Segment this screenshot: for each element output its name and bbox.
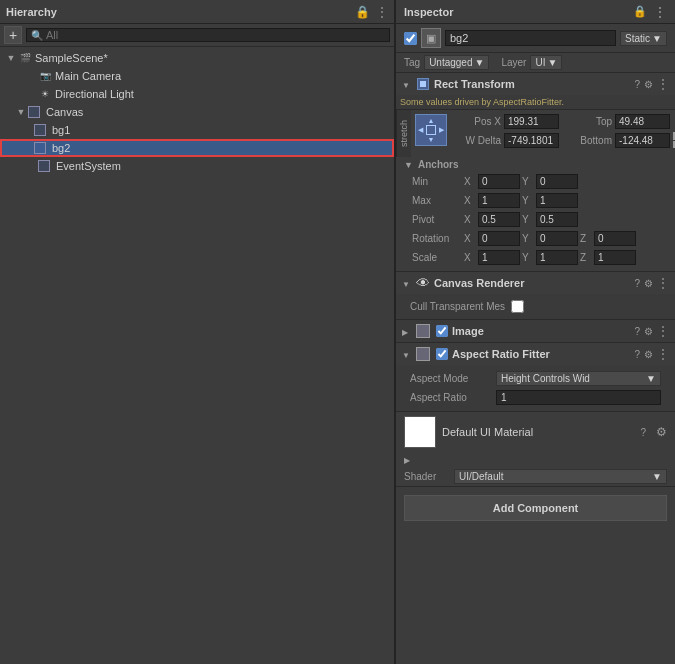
tree-item-eventsystem[interactable]: EventSystem bbox=[0, 157, 394, 175]
anchors-min-y-label: Y bbox=[522, 176, 534, 187]
material-help-icon[interactable]: ? bbox=[640, 427, 646, 438]
inspector-lock-icon[interactable]: 🔒 bbox=[633, 5, 647, 19]
aspect-ratio-fitter-help-icon[interactable]: ? bbox=[634, 349, 640, 360]
hierarchy-tree: ▼ 🎬 SampleScene* 📷 Main Camera ☀ Directi… bbox=[0, 47, 394, 664]
rect-transform-settings-icon[interactable]: ⚙ bbox=[644, 79, 653, 90]
inspector-title: Inspector bbox=[404, 6, 454, 18]
anchors-max-y-input[interactable] bbox=[536, 193, 578, 208]
anchors-min-row: Min X Y bbox=[404, 172, 667, 191]
material-settings-icon[interactable]: ⚙ bbox=[656, 425, 667, 439]
tree-item-main-camera[interactable]: 📷 Main Camera bbox=[0, 67, 394, 85]
scale-y-label: Y bbox=[522, 252, 534, 263]
image-active-checkbox[interactable] bbox=[436, 325, 448, 337]
tree-item-bg2[interactable]: bg2 bbox=[0, 139, 394, 157]
image-collapse-icon bbox=[402, 326, 412, 337]
shader-dropdown[interactable]: UI/Default ▼ bbox=[454, 469, 667, 484]
aspect-ratio-fitter-more-icon[interactable]: ⋮ bbox=[657, 347, 669, 361]
rotation-y-input[interactable] bbox=[536, 231, 578, 246]
anchors-min-y-input[interactable] bbox=[536, 174, 578, 189]
add-component-button[interactable]: Add Component bbox=[404, 495, 667, 521]
rect-transform-help-icon[interactable]: ? bbox=[634, 79, 640, 90]
canvas-label: Canvas bbox=[46, 106, 83, 118]
rect-transform-more-icon[interactable]: ⋮ bbox=[657, 77, 669, 91]
top-input[interactable] bbox=[615, 114, 670, 129]
canvas-renderer-more-icon[interactable]: ⋮ bbox=[657, 276, 669, 290]
inspector-content: ▣ Static ▼ Tag Untagged ▼ Layer UI ▼ bbox=[396, 24, 675, 664]
inspector-more-icon[interactable]: ⋮ bbox=[653, 5, 667, 19]
scale-y-input[interactable] bbox=[536, 250, 578, 265]
tree-item-canvas[interactable]: ▼ Canvas bbox=[0, 103, 394, 121]
scene-label: SampleScene* bbox=[35, 52, 108, 64]
object-name-input[interactable] bbox=[445, 30, 616, 46]
tree-item-directional-light[interactable]: ☀ Directional Light bbox=[0, 85, 394, 103]
material-collapse-icon[interactable] bbox=[404, 454, 414, 465]
anchors-label: Anchors bbox=[418, 159, 459, 170]
canvas-renderer-settings-icon[interactable]: ⚙ bbox=[644, 278, 653, 289]
rotation-z-input[interactable] bbox=[594, 231, 636, 246]
canvas-renderer-help-icon[interactable]: ? bbox=[634, 278, 640, 289]
tree-item-bg1[interactable]: bg1 bbox=[0, 121, 394, 139]
scale-z-input[interactable] bbox=[594, 250, 636, 265]
image-help-icon[interactable]: ? bbox=[634, 326, 640, 337]
tag-value: Untagged bbox=[429, 57, 472, 68]
image-settings-icon[interactable]: ⚙ bbox=[644, 326, 653, 337]
rect-anchor-widget[interactable]: ▲ ▼ ◀ ▶ bbox=[415, 114, 447, 146]
anchors-max-x-input[interactable] bbox=[478, 193, 520, 208]
rect-transform-header[interactable]: Rect Transform ? ⚙ ⋮ bbox=[396, 73, 675, 95]
material-preview-icon[interactable] bbox=[404, 416, 436, 448]
scale-row: Scale X Y Z bbox=[404, 248, 667, 267]
scale-x-input[interactable] bbox=[478, 250, 520, 265]
aspect-ratio-fitter-active-checkbox[interactable] bbox=[436, 348, 448, 360]
hierarchy-search-input[interactable] bbox=[46, 29, 385, 41]
pos-x-input[interactable] bbox=[504, 114, 559, 129]
image-header[interactable]: Image ? ⚙ ⋮ bbox=[396, 320, 675, 342]
scene-root[interactable]: ▼ 🎬 SampleScene* bbox=[0, 49, 394, 67]
aspect-ratio-fitter-settings-icon[interactable]: ⚙ bbox=[644, 349, 653, 360]
aspect-ratio-fitter-collapse-icon bbox=[402, 349, 412, 360]
aspect-ratio-fitter-icon bbox=[416, 347, 430, 361]
static-button[interactable]: Static ▼ bbox=[620, 31, 667, 46]
pivot-y-input[interactable] bbox=[536, 212, 578, 227]
anchors-max-pair: X Y bbox=[464, 193, 659, 208]
anchors-header: ▼ Anchors bbox=[404, 159, 667, 170]
bg2-label: bg2 bbox=[52, 142, 70, 154]
image-more-icon[interactable]: ⋮ bbox=[657, 324, 669, 338]
tag-layer-row: Tag Untagged ▼ Layer UI ▼ bbox=[396, 53, 675, 73]
cull-checkbox[interactable] bbox=[511, 300, 524, 313]
aspect-ratio-key: Aspect Ratio bbox=[410, 392, 490, 403]
bottom-input[interactable] bbox=[615, 133, 670, 148]
more-icon[interactable]: ⋮ bbox=[376, 6, 388, 18]
pivot-x-input[interactable] bbox=[478, 212, 520, 227]
anchors-min-x-label: X bbox=[464, 176, 476, 187]
eventsystem-icon bbox=[38, 160, 50, 172]
aspect-mode-arrow-icon: ▼ bbox=[646, 373, 656, 384]
anchors-min-x-input[interactable] bbox=[478, 174, 520, 189]
bg2-icon bbox=[34, 142, 46, 154]
eventsystem-label: EventSystem bbox=[56, 160, 121, 172]
rotation-y-label: Y bbox=[522, 233, 534, 244]
rect-transform-label: Rect Transform bbox=[434, 78, 630, 90]
pivot-label: Pivot bbox=[412, 214, 462, 225]
anchors-collapse-icon: ▼ bbox=[404, 160, 414, 170]
inspector-panel: Inspector 🔒 ⋮ ▣ Static ▼ Tag Untagged ▼ … bbox=[395, 0, 675, 664]
lock-icon[interactable]: 🔒 bbox=[355, 6, 370, 18]
canvas-renderer-section: 👁 Canvas Renderer ? ⚙ ⋮ Cull Transparent… bbox=[396, 272, 675, 320]
object-active-checkbox[interactable] bbox=[404, 32, 417, 45]
canvas-arrow: ▼ bbox=[14, 105, 28, 119]
rect-transform-collapse-icon bbox=[402, 79, 412, 90]
scale-triple: X Y Z bbox=[464, 250, 659, 265]
material-row: Default UI Material ? ⚙ bbox=[396, 412, 675, 452]
canvas-renderer-header[interactable]: 👁 Canvas Renderer ? ⚙ ⋮ bbox=[396, 272, 675, 294]
pivot-pair: X Y bbox=[464, 212, 659, 227]
layer-dropdown[interactable]: UI ▼ bbox=[530, 55, 562, 70]
aspect-mode-dropdown[interactable]: Height Controls Wid ▼ bbox=[496, 371, 661, 386]
rotation-x-input[interactable] bbox=[478, 231, 520, 246]
bg1-label: bg1 bbox=[52, 124, 70, 136]
add-button[interactable]: + bbox=[4, 26, 22, 44]
w-delta-input[interactable] bbox=[504, 133, 559, 148]
aspect-ratio-fitter-header[interactable]: Aspect Ratio Fitter ? ⚙ ⋮ bbox=[396, 343, 675, 365]
light-icon: ☀ bbox=[38, 87, 52, 101]
rotation-label: Rotation bbox=[412, 233, 462, 244]
aspect-ratio-input[interactable] bbox=[496, 390, 661, 405]
tag-dropdown[interactable]: Untagged ▼ bbox=[424, 55, 489, 70]
